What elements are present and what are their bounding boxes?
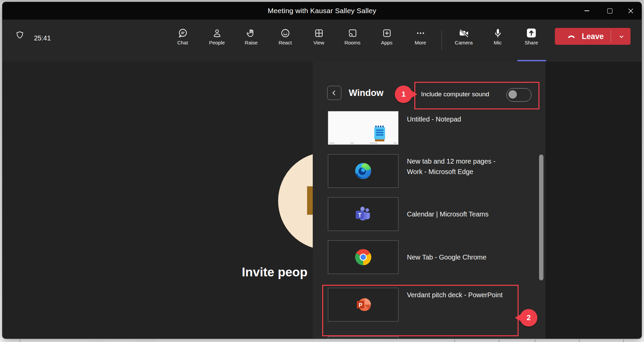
camera-label: Camera (449, 40, 479, 45)
desktop-tick (535, 339, 535, 342)
share-button[interactable]: Share (517, 27, 546, 45)
raise-hand-label: Raise (236, 40, 266, 45)
camera-button[interactable]: Camera (449, 27, 479, 45)
view-label: View (304, 40, 334, 45)
mic-icon (483, 27, 513, 39)
annotation-highlight-sound (414, 82, 539, 109)
avatar-initial: K (304, 180, 313, 221)
react-icon (270, 27, 300, 39)
minimize-button[interactable] (579, 2, 595, 20)
window-item-notepad[interactable]: Untitled - Notepad (328, 111, 516, 145)
invite-people-text: Invite peop (242, 265, 307, 279)
chat-label: Chat (168, 40, 197, 45)
leave-label: Leave (582, 32, 604, 41)
more-icon (406, 27, 435, 39)
raise-hand-icon (236, 27, 266, 39)
teams-icon: T (354, 206, 372, 222)
svg-text:T: T (358, 212, 362, 218)
chat-button[interactable]: Chat (168, 27, 197, 45)
share-screen-icon (517, 27, 546, 39)
rooms-button[interactable]: Rooms (338, 27, 367, 45)
shield-icon (15, 31, 25, 40)
react-label: React (270, 40, 300, 45)
toolbar-divider (442, 30, 442, 50)
camera-off-icon (449, 27, 479, 39)
people-label: People (202, 40, 232, 45)
title-bar: Meeting with Kausar Salley Salley (2, 2, 642, 20)
panel-title: Window (349, 88, 383, 98)
hang-up-icon (566, 32, 576, 41)
desktop-dash (135, 340, 157, 341)
desktop-tick (579, 339, 580, 342)
meeting-stage: K Invite peop (2, 62, 313, 339)
window-title: Meeting with Kausar Salley Salley (2, 2, 642, 20)
window-item-teams[interactable]: T Calendar | Microsoft Teams (328, 197, 516, 231)
window-item-edge[interactable]: New tab and 12 more pages - Work - Micro… (328, 154, 516, 188)
annotation-step-2: 2 (520, 309, 537, 327)
share-active-indicator (517, 60, 546, 61)
people-button[interactable]: People (202, 27, 232, 45)
notepad-thumbnail (328, 111, 399, 145)
share-label: Share (517, 40, 546, 45)
window-item-label: Calendar | Microsoft Teams (407, 197, 503, 231)
rooms-icon (338, 27, 367, 39)
window-item-chrome[interactable]: New Tab - Google Chrome (328, 240, 516, 274)
share-window-panel: Window 1 Include computer sound Untitled… (313, 62, 545, 339)
react-button[interactable]: React (270, 27, 300, 45)
desktop-tick (20, 339, 20, 342)
stage-right-area (545, 62, 642, 339)
leave-options-button[interactable] (617, 32, 626, 41)
annotation-step-1: 1 (395, 86, 412, 103)
apps-icon (372, 27, 402, 39)
maximize-button[interactable] (602, 2, 617, 20)
apps-button[interactable]: Apps (372, 27, 402, 45)
apps-label: Apps (372, 40, 402, 45)
raise-hand-button[interactable]: Raise (236, 27, 266, 45)
view-icon (304, 27, 334, 39)
window-item-label: Untitled - Notepad (407, 111, 503, 145)
teams-thumbnail: T (328, 197, 399, 231)
meeting-content: K Invite peop Window 1 Include computer … (2, 62, 642, 339)
back-button[interactable] (327, 86, 341, 100)
annotation-highlight-powerpoint (322, 285, 519, 336)
view-button[interactable]: View (304, 27, 334, 45)
chat-icon (168, 27, 197, 39)
rooms-label: Rooms (338, 40, 367, 45)
window-item-label: New Tab - Google Chrome (407, 240, 503, 274)
chevron-left-icon (331, 89, 338, 97)
people-icon (202, 27, 232, 39)
edge-thumbnail (328, 154, 399, 188)
close-button[interactable] (623, 2, 638, 20)
more-button[interactable]: More (406, 27, 435, 45)
notepad-statusbar (330, 142, 397, 144)
meeting-timer: 25:41 (34, 34, 51, 42)
desktop-tick (499, 339, 499, 342)
desktop-tick (623, 339, 624, 342)
notepad-icon (374, 126, 385, 142)
leave-button[interactable]: Leave (555, 28, 631, 45)
teams-meeting-window: Meeting with Kausar Salley Salley 25:41 … (2, 2, 642, 339)
next-window-thumbnail-peek (328, 336, 399, 339)
edge-icon (354, 162, 372, 180)
window-item-label: New tab and 12 more pages - Work - Micro… (407, 154, 503, 188)
chevron-down-icon (617, 32, 626, 41)
close-icon (628, 8, 634, 14)
maximize-icon (607, 8, 612, 13)
more-label: More (406, 40, 435, 45)
mic-label: Mic (483, 40, 513, 45)
mic-button[interactable]: Mic (483, 27, 513, 45)
desktop-dash (91, 340, 106, 341)
leave-split-divider (611, 30, 611, 42)
minimize-icon (584, 10, 589, 11)
desktop-tick (454, 339, 455, 342)
panel-scrollbar[interactable] (539, 155, 543, 280)
chrome-icon (354, 248, 372, 266)
meeting-toolbar: 25:41 Chat People Raise React (2, 20, 642, 62)
chrome-thumbnail (328, 240, 399, 274)
